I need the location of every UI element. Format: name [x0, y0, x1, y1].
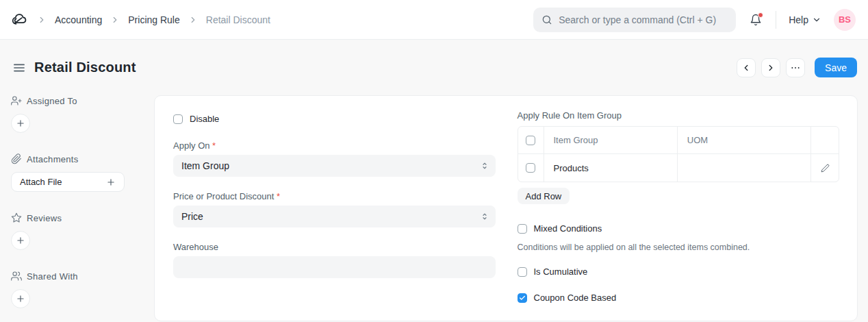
search-icon: [541, 14, 552, 25]
chevron-right-icon: [766, 63, 776, 73]
mixed-conditions-checkbox[interactable]: [518, 224, 527, 234]
global-search[interactable]: [533, 8, 736, 32]
form-column-right: Apply Rule On Item Group Item Group UOM …: [518, 110, 840, 303]
plus-icon: [16, 294, 25, 304]
assigned-to-label: Assigned To: [27, 96, 77, 106]
notifications-button[interactable]: [748, 12, 763, 27]
chevron-down-icon: [812, 15, 821, 25]
price-or-product-discount-label: Price or Product Discount *: [173, 191, 496, 201]
mixed-conditions-label[interactable]: Mixed Conditions: [534, 223, 602, 234]
warehouse-input[interactable]: [173, 256, 496, 278]
navbar-divider: [776, 11, 776, 29]
user-plus-icon: [11, 95, 22, 106]
required-mark: *: [212, 140, 216, 151]
form-column-left: Disable Apply On * Item Group Price or P…: [173, 110, 496, 303]
price-or-product-discount-select[interactable]: Price: [173, 206, 496, 227]
breadcrumb-retail-discount: Retail Discount: [206, 14, 270, 25]
table-cell-uom[interactable]: [678, 154, 811, 182]
attachments-section: Attachments Attach File: [11, 153, 138, 192]
attach-file-button[interactable]: Attach File: [11, 172, 125, 192]
is-cumulative-field: Is Cumulative: [518, 267, 840, 277]
avatar-initials: BS: [839, 14, 851, 25]
check-icon: [519, 295, 526, 301]
form-card: Disable Apply On * Item Group Price or P…: [154, 95, 858, 321]
chevron-right-icon: [37, 15, 47, 25]
plus-icon: [106, 177, 116, 187]
plus-icon: [16, 119, 25, 128]
table-header-select-all: [518, 127, 544, 154]
pencil-icon: [821, 164, 830, 173]
table-header-item-group: Item Group: [544, 127, 678, 154]
plus-icon: [16, 236, 25, 245]
apply-on-value: Item Group: [181, 160, 229, 171]
table-header-actions: [811, 127, 839, 154]
search-input[interactable]: [559, 14, 728, 25]
attach-file-label: Attach File: [20, 177, 62, 187]
disable-field: Disable: [173, 114, 496, 124]
assigned-to-section: Assigned To: [11, 95, 138, 133]
table-cell-item-group[interactable]: Products: [544, 154, 678, 182]
reviews-section: Reviews: [11, 212, 138, 250]
select-caret-icon: [481, 212, 489, 221]
previous-document-button[interactable]: [737, 58, 756, 77]
mixed-conditions-description: Conditions will be applied on all the se…: [518, 243, 840, 252]
is-cumulative-label[interactable]: Is Cumulative: [534, 267, 588, 277]
shared-with-label: Shared With: [27, 271, 78, 282]
apply-rule-on-item-group-label: Apply Rule On Item Group: [518, 110, 840, 121]
help-label: Help: [789, 14, 808, 25]
table-row-select: [518, 154, 544, 182]
form-sidebar: Assigned To Attachments Attach File Revi…: [11, 95, 138, 322]
paperclip-icon: [11, 153, 22, 164]
breadcrumb: Accounting Pricing Rule Retail Discount: [11, 11, 270, 29]
apply-on-select[interactable]: Item Group: [173, 155, 496, 177]
user-avatar[interactable]: BS: [834, 9, 856, 31]
users-icon: [11, 271, 22, 282]
required-mark: *: [277, 191, 280, 201]
select-caret-icon: [481, 162, 489, 170]
item-group-table: Item Group UOM Products: [518, 126, 840, 182]
chevron-right-icon: [110, 15, 120, 25]
coupon-code-based-checkbox[interactable]: [518, 293, 527, 303]
attachments-label: Attachments: [27, 154, 79, 164]
star-icon: [11, 212, 22, 223]
breadcrumb-pricing-rule[interactable]: Pricing Rule: [128, 14, 179, 25]
help-menu[interactable]: Help: [789, 14, 821, 25]
save-button[interactable]: Save: [815, 58, 857, 77]
table-row-edit-button[interactable]: [811, 154, 839, 182]
reviews-label: Reviews: [27, 213, 62, 223]
page-header: Retail Discount Save: [0, 40, 868, 95]
coupon-code-based-field: Coupon Code Based: [518, 293, 840, 303]
add-review-button[interactable]: [11, 231, 30, 250]
notification-dot: [758, 12, 763, 18]
navbar: Accounting Pricing Rule Retail Discount …: [0, 0, 868, 40]
add-share-button[interactable]: [11, 289, 30, 308]
is-cumulative-checkbox[interactable]: [518, 267, 527, 277]
breadcrumb-accounting[interactable]: Accounting: [55, 14, 102, 25]
apply-on-label: Apply On *: [173, 140, 496, 151]
page-title: Retail Discount: [34, 60, 136, 75]
app-logo-icon[interactable]: [11, 11, 29, 29]
main-area: Assigned To Attachments Attach File Revi…: [0, 95, 868, 322]
disable-label[interactable]: Disable: [190, 114, 219, 124]
coupon-code-based-label[interactable]: Coupon Code Based: [534, 293, 617, 303]
row-checkbox[interactable]: [526, 163, 535, 173]
warehouse-label: Warehouse: [173, 242, 496, 252]
next-document-button[interactable]: [761, 58, 780, 77]
shared-with-section: Shared With: [11, 271, 138, 308]
navbar-actions: Help BS: [533, 8, 856, 32]
add-assignment-button[interactable]: [11, 114, 30, 133]
select-all-checkbox[interactable]: [526, 136, 535, 145]
more-options-button[interactable]: [786, 58, 805, 77]
chevron-right-icon: [188, 15, 198, 25]
chevron-left-icon: [741, 63, 751, 73]
add-row-button[interactable]: Add Row: [518, 188, 570, 204]
disable-checkbox[interactable]: [173, 114, 183, 124]
ellipsis-icon: [790, 62, 801, 73]
price-or-product-discount-value: Price: [181, 211, 203, 222]
sidebar-toggle-icon[interactable]: [11, 60, 27, 76]
table-header-uom: UOM: [678, 127, 811, 154]
mixed-conditions-field: Mixed Conditions: [518, 223, 840, 234]
